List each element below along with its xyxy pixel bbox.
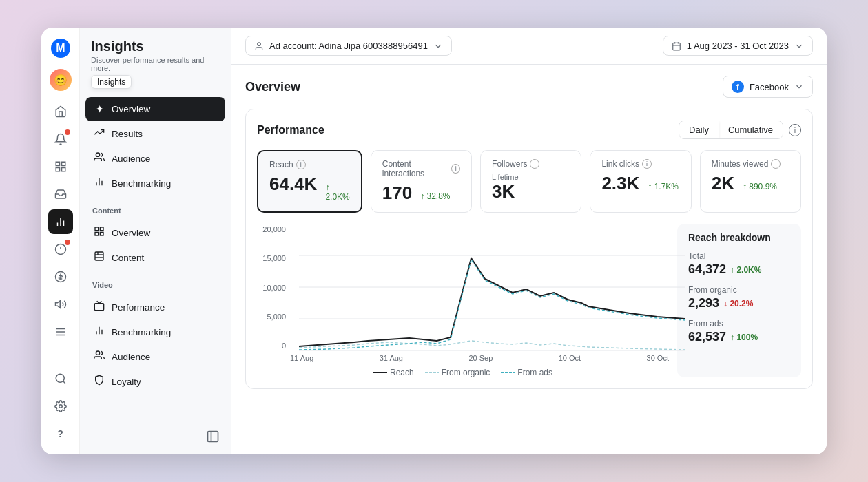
legend-organic-line bbox=[425, 370, 439, 375]
topbar: Ad account: Adina Jipa 6003888956491 1 A… bbox=[231, 28, 827, 65]
help-icon-btn[interactable]: ? bbox=[48, 421, 73, 446]
home-icon-btn[interactable] bbox=[48, 99, 73, 124]
svg-rect-40 bbox=[673, 43, 681, 50]
reach-info[interactable]: i bbox=[296, 160, 306, 169]
performance-info-icon[interactable]: i bbox=[789, 124, 801, 136]
meta-logo[interactable]: M bbox=[48, 36, 73, 61]
platform-dropdown-icon bbox=[794, 82, 804, 92]
x-label-oct10: 10 Oct bbox=[559, 354, 581, 362]
lc-info[interactable]: i bbox=[642, 159, 652, 169]
metric-content-interactions[interactable]: Content interactions i 170 ↑ 32.8% bbox=[371, 150, 472, 213]
legend-organic: From organic bbox=[425, 368, 490, 377]
metric-ci-label: Content interactions i bbox=[382, 159, 460, 178]
menu-icon-btn[interactable] bbox=[48, 319, 73, 344]
sidebar-item-content[interactable]: Content bbox=[85, 245, 225, 270]
video-performance-icon bbox=[92, 300, 106, 314]
svg-point-20 bbox=[96, 153, 99, 156]
dropdown-icon bbox=[433, 41, 443, 51]
ci-info[interactable]: i bbox=[451, 164, 460, 174]
icon-bar: M 😊 bbox=[41, 28, 80, 454]
sidebar-item-benchmarking-label: Benchmarking bbox=[112, 178, 171, 189]
sidebar-tooltip: Insights bbox=[91, 75, 132, 89]
legend-reach: Reach bbox=[373, 368, 414, 377]
metric-followers-sublabel: Lifetime bbox=[492, 173, 570, 181]
audience-icon bbox=[92, 151, 106, 165]
legend-ads-line bbox=[501, 370, 515, 375]
performance-header: Performance Daily Cumulative i bbox=[257, 120, 801, 139]
breakdown-total-value: 64,372 ↑ 2.0K% bbox=[688, 262, 790, 277]
toggle-daily[interactable]: Daily bbox=[679, 121, 719, 138]
performance-section: Performance Daily Cumulative i Reach i bbox=[245, 109, 813, 389]
sidebar-item-loyalty[interactable]: Loyalty bbox=[85, 369, 225, 394]
svg-rect-24 bbox=[95, 227, 99, 231]
svg-text:M: M bbox=[56, 42, 65, 54]
sidebar-video-nav: Performance Benchmarking bbox=[80, 292, 231, 397]
money-icon-btn[interactable] bbox=[48, 264, 73, 289]
sidebar-header: Insights Discover performance results an… bbox=[80, 28, 231, 94]
section-video-label: Video bbox=[80, 273, 231, 292]
svg-rect-37 bbox=[208, 432, 218, 442]
y-label-15k: 15,000 bbox=[257, 254, 286, 262]
metric-minutes-viewed[interactable]: Minutes viewed i 2K ↑ 890.9% bbox=[700, 150, 801, 213]
sidebar-item-video-benchmarking[interactable]: Benchmarking bbox=[85, 319, 225, 344]
metric-followers[interactable]: Followers i Lifetime 3K bbox=[480, 150, 581, 213]
breakdown-organic-label: From organic bbox=[688, 285, 790, 295]
y-label-20k: 20,000 bbox=[257, 225, 286, 233]
followers-info[interactable]: i bbox=[530, 159, 539, 169]
settings-icon-btn[interactable] bbox=[48, 394, 73, 419]
y-label-0: 0 bbox=[257, 342, 286, 350]
megaphone-icon-btn[interactable] bbox=[48, 292, 73, 317]
sidebar-item-benchmarking[interactable]: Benchmarking bbox=[85, 171, 225, 196]
page-title: Overview bbox=[245, 80, 300, 94]
breakdown-organic: From organic 2,293 ↓ 20.2% bbox=[688, 285, 790, 311]
video-audience-icon bbox=[92, 350, 106, 364]
account-selector[interactable]: Ad account: Adina Jipa 6003888956491 bbox=[245, 36, 452, 56]
content-icon bbox=[92, 251, 106, 264]
svg-rect-2 bbox=[56, 162, 59, 165]
metric-link-clicks[interactable]: Link clicks i 2.3K ↑ 1.7K% bbox=[590, 150, 691, 213]
breakdown-ads: From ads 62,537 ↑ 100% bbox=[688, 319, 790, 344]
x-label-oct30: 30 Oct bbox=[647, 354, 669, 362]
sidebar-item-video-audience-label: Audience bbox=[112, 352, 150, 362]
content-header: Overview f Facebook bbox=[245, 76, 813, 98]
avatar[interactable]: 😊 bbox=[50, 69, 72, 91]
svg-rect-4 bbox=[61, 168, 65, 171]
legend-ads-label: From ads bbox=[517, 368, 552, 377]
metric-ci-value: 170 bbox=[382, 182, 412, 204]
svg-rect-25 bbox=[100, 227, 103, 231]
section-content-label: Content bbox=[80, 198, 231, 218]
sidebar-item-results[interactable]: Results bbox=[85, 121, 225, 146]
sidebar-item-video-audience[interactable]: Audience bbox=[85, 344, 225, 369]
metric-reach[interactable]: Reach i 64.4K ↑ 2.0K% bbox=[257, 150, 362, 213]
svg-rect-5 bbox=[56, 168, 59, 171]
sidebar-item-audience[interactable]: Audience bbox=[85, 146, 225, 171]
sidebar-item-loyalty-label: Loyalty bbox=[112, 377, 141, 387]
y-label-5k: 5,000 bbox=[257, 313, 286, 321]
search-icon-btn[interactable] bbox=[48, 366, 73, 391]
sidebar-item-content-overview[interactable]: Overview bbox=[85, 220, 225, 245]
sidebar-item-overview[interactable]: ✦ Overview bbox=[85, 97, 225, 121]
legend-organic-label: From organic bbox=[442, 368, 490, 377]
svg-rect-28 bbox=[95, 252, 103, 260]
reach-breakdown-title: Reach breakdown bbox=[688, 232, 790, 243]
toggle-cumulative[interactable]: Cumulative bbox=[719, 121, 783, 138]
sidebar-collapse-btn[interactable] bbox=[206, 430, 220, 446]
analytics-icon-btn[interactable] bbox=[48, 209, 73, 234]
content-area: Overview f Facebook Performance Daily Cu… bbox=[231, 65, 827, 454]
alerts-icon-btn[interactable] bbox=[48, 237, 73, 262]
main-content: Ad account: Adina Jipa 6003888956491 1 A… bbox=[231, 28, 827, 454]
app-window: M 😊 bbox=[41, 28, 827, 454]
date-range-selector[interactable]: 1 Aug 2023 - 31 Oct 2023 bbox=[663, 36, 813, 56]
content-overview-icon bbox=[92, 226, 106, 240]
platform-selector[interactable]: f Facebook bbox=[723, 76, 813, 98]
inbox-icon-btn[interactable] bbox=[48, 182, 73, 207]
metric-followers-label: Followers i bbox=[492, 159, 570, 169]
sidebar-main-nav: ✦ Overview Results Audience bbox=[80, 94, 231, 198]
notifications-icon-btn[interactable] bbox=[48, 127, 73, 151]
sidebar-item-video-performance[interactable]: Performance bbox=[85, 295, 225, 319]
mv-info[interactable]: i bbox=[771, 159, 781, 169]
results-icon bbox=[92, 127, 106, 140]
grid-icon-btn[interactable] bbox=[48, 154, 73, 179]
metrics-row: Reach i 64.4K ↑ 2.0K% Content interactio… bbox=[257, 150, 801, 213]
breakdown-ads-change: ↑ 100% bbox=[730, 333, 758, 342]
